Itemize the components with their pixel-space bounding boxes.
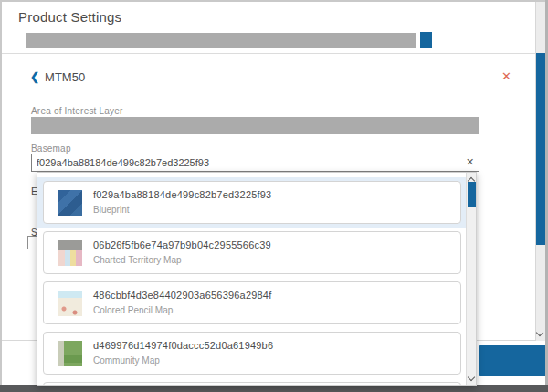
charted-territory-map-thumbnail bbox=[58, 240, 82, 266]
header-divider bbox=[2, 53, 535, 54]
chevron-left-icon: ❮ bbox=[30, 71, 39, 82]
area-of-interest-field-redacted[interactable] bbox=[31, 117, 479, 134]
basemap-option-colored-pencil[interactable]: 486cbbf4d3e84402903a656396a2984f Colored… bbox=[43, 281, 461, 324]
basemap-option-id: 06b26f5fb6e74a97b9b04c2955566c39 bbox=[93, 239, 271, 250]
window-left-border bbox=[0, 0, 2, 392]
dropdown-scrollbar-thumb[interactable] bbox=[468, 182, 477, 207]
redacted-subtitle-bar bbox=[26, 33, 416, 48]
scrollbar-chevron-down-icon[interactable] bbox=[537, 331, 543, 337]
window-bottom-bar bbox=[0, 385, 548, 392]
blue-marker-chip bbox=[420, 32, 432, 48]
community-map-thumbnail bbox=[58, 341, 82, 366]
clear-input-icon[interactable]: ✕ bbox=[466, 157, 474, 167]
dropdown-chevron-up-icon[interactable] bbox=[469, 175, 475, 182]
page-scrollbar-thumb[interactable] bbox=[536, 53, 545, 245]
basemap-input[interactable] bbox=[31, 154, 480, 172]
basemap-option-charted-territory[interactable]: 06b26f5fb6e74a97b9b04c2955566c39 Charted… bbox=[43, 231, 461, 274]
basemap-option-partial[interactable] bbox=[43, 382, 461, 386]
basemap-option-name: Charted Territory Map bbox=[93, 255, 182, 265]
basemap-option-blueprint[interactable]: f029a4ba88184de499c82b7ed3225f93 Bluepri… bbox=[43, 181, 461, 224]
basemap-option-name: Colored Pencil Map bbox=[93, 305, 173, 315]
basemap-option-id: d469976d14974f0daccc52d0a61949b6 bbox=[93, 340, 273, 351]
product-settings-window: Product Settings ❮ MTM50 ✕ Area of Inter… bbox=[0, 0, 548, 392]
back-button[interactable]: ❮ MTM50 bbox=[30, 69, 85, 84]
primary-action-button[interactable] bbox=[479, 345, 548, 376]
basemap-option-name: Blueprint bbox=[93, 205, 129, 215]
back-label: MTM50 bbox=[45, 70, 85, 84]
close-icon[interactable]: ✕ bbox=[501, 70, 511, 82]
basemap-option-id: f029a4ba88184de499c82b7ed3225f93 bbox=[93, 189, 271, 200]
basemap-option-community[interactable]: d469976d14974f0daccc52d0a61949b6 Communi… bbox=[43, 332, 461, 375]
dropdown-chevron-down-icon[interactable] bbox=[469, 376, 475, 382]
basemap-option-id: 486cbbf4d3e84402903a656396a2984f bbox=[93, 290, 271, 301]
page-title: Product Settings bbox=[18, 9, 121, 25]
area-of-interest-label: Area of Interest Layer bbox=[31, 106, 123, 116]
blueprint-map-thumbnail bbox=[58, 190, 82, 216]
basemap-dropdown-list: f029a4ba88184de499c82b7ed3225f93 Bluepri… bbox=[37, 172, 477, 386]
basemap-option-name: Community Map bbox=[93, 355, 160, 366]
colored-pencil-map-thumbnail bbox=[58, 291, 82, 316]
window-top-border bbox=[0, 0, 548, 2]
basemap-label: Basemap bbox=[31, 143, 71, 154]
